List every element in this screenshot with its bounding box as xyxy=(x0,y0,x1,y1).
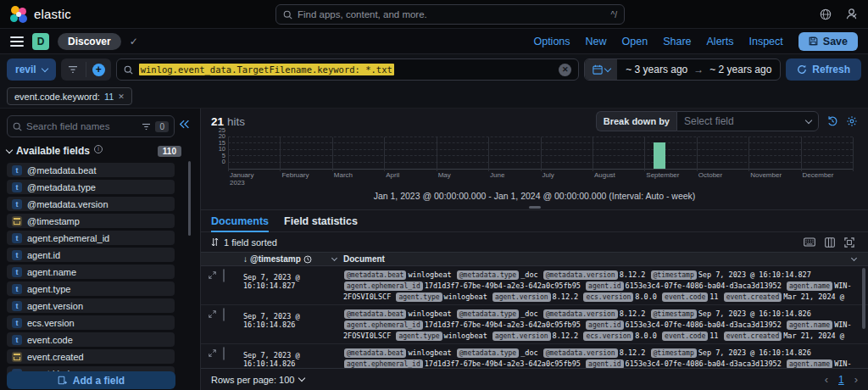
pagination-next-icon[interactable]: › xyxy=(854,373,858,386)
pagination-prev-icon[interactable]: ‹ xyxy=(825,373,828,386)
field-name-badge: agent.ephemeral_id xyxy=(344,320,423,330)
field-item-event.code[interactable]: tevent.code xyxy=(7,332,175,347)
column-header-document[interactable]: Document xyxy=(343,254,868,264)
collapse-sidebar-icon[interactable] xyxy=(179,119,191,130)
text-field-icon: t xyxy=(12,182,22,192)
user-avatar-icon[interactable] xyxy=(845,8,858,20)
field-item-event.created[interactable]: event.created xyxy=(7,349,175,364)
fullscreen-icon[interactable] xyxy=(844,237,854,248)
field-value: 8.12.2 xyxy=(553,332,579,340)
time-to[interactable]: ~ 2 years ago xyxy=(709,64,771,75)
expand-cell[interactable] xyxy=(201,270,223,302)
menu-icon[interactable] xyxy=(10,34,24,49)
save-button[interactable]: Save xyxy=(798,32,858,51)
column-header-timestamp[interactable]: ↓ @timestamp xyxy=(243,254,343,264)
globe-icon[interactable] xyxy=(820,8,832,20)
reset-chart-icon[interactable] xyxy=(826,115,838,127)
global-search-box[interactable]: ^/ xyxy=(275,4,625,25)
gear-icon[interactable] xyxy=(846,115,858,127)
field-item-@metadata.version[interactable]: t@metadata.version xyxy=(7,197,175,211)
pagination-page-1[interactable]: 1 xyxy=(838,374,844,386)
space-badge[interactable]: D xyxy=(32,33,49,50)
field-name-badge: @metadata.beat xyxy=(344,309,406,319)
nav-link-inspect[interactable]: Inspect xyxy=(748,36,782,47)
discover-main-panel: 21 hits Break down by Select field 05101 xyxy=(200,109,868,390)
nav-link-share[interactable]: Share xyxy=(663,36,691,47)
field-item-@metadata.beat[interactable]: t@metadata.beat xyxy=(7,163,175,177)
nav-link-options[interactable]: Options xyxy=(533,36,570,47)
histogram-chart[interactable]: 0510152025January 2023FebruaryMarchApril… xyxy=(209,136,860,188)
sidebar-scrollbar[interactable] xyxy=(188,161,191,236)
field-list: t@metadata.beatt@metadata.typet@metadata… xyxy=(7,163,193,381)
field-item-ecs.version[interactable]: tecs.version xyxy=(7,315,175,330)
app-nav-bar: D Discover ✓ Options New Open Share Aler… xyxy=(0,29,868,54)
keyboard-icon[interactable] xyxy=(804,237,815,247)
query-text[interactable]: winlog.event_data.TargetFilename.keyword… xyxy=(139,64,394,75)
field-name-badge: @metadata.type xyxy=(457,348,519,358)
field-search-box[interactable]: 0 xyxy=(7,115,175,137)
breadcrumb-discover[interactable]: Discover xyxy=(58,33,121,50)
resize-handle[interactable] xyxy=(529,206,541,209)
density-icon[interactable] xyxy=(825,237,835,248)
add-filter-button[interactable]: + xyxy=(86,58,111,81)
sort-icon[interactable] xyxy=(211,237,219,247)
global-search-input[interactable] xyxy=(298,9,606,20)
expand-cell[interactable] xyxy=(201,309,223,341)
row-checkbox[interactable] xyxy=(223,308,225,321)
table-row[interactable]: Sep 7, 2023 @ 16:10:14.826@metadata.beat… xyxy=(201,305,868,344)
row-checkbox[interactable] xyxy=(223,347,225,360)
elastic-brand[interactable]: elastic xyxy=(10,6,71,23)
field-item-agent.version[interactable]: tagent.version xyxy=(7,298,175,313)
field-item-agent.ephemeral_id[interactable]: tagent.ephemeral_id xyxy=(7,231,175,245)
gridline-horizontal xyxy=(228,136,853,137)
date-picker-button[interactable] xyxy=(585,59,617,80)
field-name-badge: @metadata.version xyxy=(543,348,618,358)
query-input[interactable]: winlog.event_data.TargetFilename.keyword… xyxy=(116,58,580,81)
field-item-agent.id[interactable]: tagent.id xyxy=(7,248,175,262)
nav-link-new[interactable]: New xyxy=(586,36,607,47)
table-row[interactable]: Sep 7, 2023 @ 16:10:14.827@metadata.beat… xyxy=(201,266,868,305)
refresh-button[interactable]: Refresh xyxy=(786,58,861,81)
chevron-down-icon[interactable] xyxy=(331,254,337,260)
query-bar: revil + winlog.event_data.TargetFilename… xyxy=(0,54,868,85)
time-range-picker: ~ 3 years ago → ~ 2 years ago xyxy=(584,58,781,81)
field-item-agent.type[interactable]: tagent.type xyxy=(7,281,175,296)
field-filter-icon[interactable] xyxy=(142,123,151,131)
row-checkbox[interactable] xyxy=(223,269,225,282)
clear-query-button[interactable]: ✕ xyxy=(559,64,571,76)
available-fields-toggle[interactable]: Available fields i 110 xyxy=(7,145,193,157)
expand-cell[interactable] xyxy=(201,348,223,368)
nav-link-open[interactable]: Open xyxy=(622,36,648,47)
sort-desc-icon: ↓ xyxy=(243,254,248,264)
filter-pill[interactable]: event.code.keyword: 11 ✕ xyxy=(7,87,132,105)
expand-row-icon[interactable] xyxy=(209,310,216,318)
field-search-input[interactable] xyxy=(26,121,137,131)
document-rows: Sep 7, 2023 @ 16:10:14.827@metadata.beat… xyxy=(201,266,868,368)
nav-link-alerts[interactable]: Alerts xyxy=(707,36,734,47)
check-icon[interactable]: ✓ xyxy=(130,36,138,47)
remove-filter-icon[interactable]: ✕ xyxy=(118,92,125,101)
table-scrollbar[interactable] xyxy=(862,268,865,329)
tab-documents[interactable]: Documents xyxy=(211,210,269,231)
time-from[interactable]: ~ 3 years ago xyxy=(626,64,687,75)
histogram-bar[interactable] xyxy=(654,142,665,169)
field-filter-count-badge: 0 xyxy=(155,121,169,132)
table-row[interactable]: Sep 7, 2023 @ 16:10:14.826@metadata.beat… xyxy=(201,344,868,368)
breakdown-select-value: Select field xyxy=(684,115,734,127)
field-name-badge: ecs.version xyxy=(583,332,633,341)
expand-row-icon[interactable] xyxy=(209,349,216,357)
breakdown-label: Break down by xyxy=(596,111,676,131)
add-field-button[interactable]: Add a field xyxy=(7,371,175,389)
rows-per-page[interactable]: Rows per page: 100 xyxy=(211,375,304,385)
expand-row-icon[interactable] xyxy=(209,271,216,279)
field-item-@metadata.type[interactable]: t@metadata.type xyxy=(7,180,175,194)
tab-field-statistics[interactable]: Field statistics xyxy=(284,210,358,231)
field-item-agent.name[interactable]: tagent.name xyxy=(7,265,175,279)
field-item-@timestamp[interactable]: @timestamp xyxy=(7,214,175,228)
sorted-fields-label[interactable]: 1 field sorted xyxy=(224,237,277,248)
breakdown-select[interactable]: Select field xyxy=(676,111,819,131)
chevron-down-icon[interactable] xyxy=(851,254,857,260)
data-view-picker[interactable]: revil xyxy=(7,58,56,81)
saved-query-menu-button[interactable] xyxy=(61,58,86,81)
time-range-display[interactable]: ~ 3 years ago → ~ 2 years ago xyxy=(617,64,780,75)
